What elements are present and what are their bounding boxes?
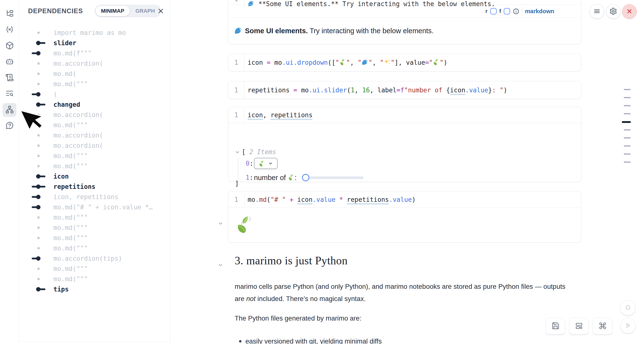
rail-item-ai-assistant[interactable] [3,55,16,69]
cell-indicator-dash[interactable] [624,105,630,106]
code-line[interactable]: repetitions = mo.ui.slider(1, 16, label=… [244,81,581,99]
stop-button[interactable] [620,300,636,316]
settings-button[interactable] [606,4,620,19]
help-icon [5,121,14,131]
info-icon[interactable] [513,8,519,15]
code-line[interactable]: icon, repetitions [244,107,581,123]
minimap-row[interactable]: mo.md(""" [19,151,170,161]
language-label[interactable]: markdown [525,8,554,15]
minimap-row-label: ( [54,91,57,98]
cell-indicator-dash[interactable] [624,89,630,90]
minimap-row[interactable]: mo.accordion( [19,140,170,151]
code-editor[interactable]: 1 repetitions = mo.ui.slider(1, 16, labe… [228,81,581,99]
code-editor[interactable]: 1 icon, repetitions [228,107,581,123]
minimap-row[interactable]: mo.accordion(tips) [19,253,170,264]
ai-assistant-icon [5,57,14,67]
view-toggle: MINIMAP GRAPH [95,5,161,17]
minimap-row[interactable]: mo.md(""" [19,212,170,223]
cell-indicator-dash[interactable] [624,129,630,130]
cell-indicator-dash[interactable] [624,113,630,114]
minimap-row-label: mo.md(""" [54,275,88,283]
minimap-row[interactable]: mo.accordion( [19,130,170,140]
save-button[interactable] [546,318,565,334]
minimap-row[interactable]: mo.md(""" [19,233,170,243]
command-palette-button[interactable] [593,318,612,334]
code-editor[interactable]: 1 **Some UI elements.** Try interacting … [228,0,581,5]
rail-item-variables[interactable] [3,23,16,37]
minimap-row[interactable]: icon [19,171,170,182]
minimap-row[interactable]: tips [19,284,170,294]
line-number: 1 [228,196,244,203]
shutdown-button[interactable] [622,4,637,19]
minimap-row[interactable]: mo.accordion( [19,58,170,69]
cell-tuple[interactable]: 1 icon, repetitions [ 2 Items 0: 1: numb… [228,107,581,182]
minimap-row[interactable]: mo.md("# " + icon.value *… [19,202,170,212]
tree-collapse-icon[interactable] [235,149,240,156]
minimap-row[interactable]: icon, repetitions [19,192,170,202]
minimap-row[interactable]: ( [19,89,170,99]
slider-thumb[interactable] [302,174,309,181]
cell-md-concat[interactable]: 1 mo.md("# " + icon.value * repetitions.… [228,191,581,243]
cell-node-icon [37,216,40,219]
icon-dropdown-select[interactable] [254,158,278,169]
output-collapse-icon[interactable] [218,221,223,227]
bullet-dot [239,340,242,342]
minimap-row-label: mo.md(""" [54,245,88,252]
minimap-row[interactable]: mo.md(""" [19,274,170,284]
documentation-icon [5,73,14,83]
run-button[interactable] [620,318,636,333]
rail-item-dependencies[interactable] [3,103,16,117]
minimap-row-label: repetitions [54,183,96,190]
item1-index: 1: [246,174,253,181]
r-checkbox[interactable] [490,8,497,15]
repetitions-slider: number of : [254,174,364,182]
minimap-row[interactable]: import marimo as mo [19,28,170,38]
rail-item-documentation[interactable] [3,71,16,85]
gear-icon [609,7,617,16]
rail-item-help[interactable] [3,119,16,133]
cell-intro-markdown[interactable]: 1 **Some UI elements.** Try interacting … [228,0,581,44]
stop-icon [624,303,632,312]
cell-node-icon [37,247,40,249]
minimap-row[interactable]: mo.md(""" [19,264,170,274]
minimap-row[interactable]: mo.md(""" [19,79,170,89]
code-line[interactable]: mo.md("# " + icon.value * repetitions.va… [244,192,581,207]
minimap-row[interactable]: slider [19,38,170,48]
wave-emoji [234,26,242,35]
rail-item-packages[interactable] [3,39,16,53]
leaf-emoji [433,59,440,66]
dependencies-icon [5,105,14,115]
section-collapse-icon[interactable] [218,262,223,268]
cell-indicator-dash[interactable] [624,161,630,163]
minimap-row[interactable]: repetitions [19,182,170,192]
cell-indicator-dash[interactable] [624,145,630,147]
f-checkbox[interactable] [504,8,510,15]
code-line[interactable]: icon = mo.ui.dropdown(["", "", ""], valu… [244,54,581,71]
code-editor[interactable]: 1 icon = mo.ui.dropdown(["", "", ""], va… [228,54,581,71]
cell-indicator-dash[interactable] [624,137,630,138]
minimap-row[interactable]: mo.md(""" [19,223,170,233]
cell-slider-code[interactable]: 1 repetitions = mo.ui.slider(1, 16, labe… [228,81,581,99]
rail-item-snippets[interactable] [3,87,16,101]
cell-node-icon [37,165,40,167]
layout-icon [575,322,583,330]
cell-node-icon [37,62,40,65]
cell-indicator-dash[interactable] [624,153,630,155]
minimap-row[interactable]: mo.md(""" [19,161,170,171]
layout-button[interactable] [569,318,589,334]
slider-track[interactable] [303,177,364,179]
tab-minimap[interactable]: MINIMAP [96,6,130,16]
minimap-row[interactable]: mo.md( [19,69,170,79]
minimap-row[interactable]: mo.md(""" [19,243,170,253]
slider-label: number of : [254,174,298,182]
cell-indicator-dash[interactable] [624,97,630,98]
rail-item-file-explorer[interactable] [3,7,16,21]
notebook-menu-button[interactable] [590,4,604,19]
cell-node-icon [37,32,40,34]
markdown-section: 3. marimo is just Python marimo cells pa… [235,254,585,324]
minimap-row[interactable]: mo.md(f""" [19,48,170,58]
close-panel-button[interactable] [156,6,166,16]
cell-indicator-dash-active[interactable] [622,121,631,123]
cell-dropdown-code[interactable]: 1 icon = mo.ui.dropdown(["", "", ""], va… [228,54,581,71]
code-editor[interactable]: 1 mo.md("# " + icon.value * repetitions.… [228,192,581,208]
